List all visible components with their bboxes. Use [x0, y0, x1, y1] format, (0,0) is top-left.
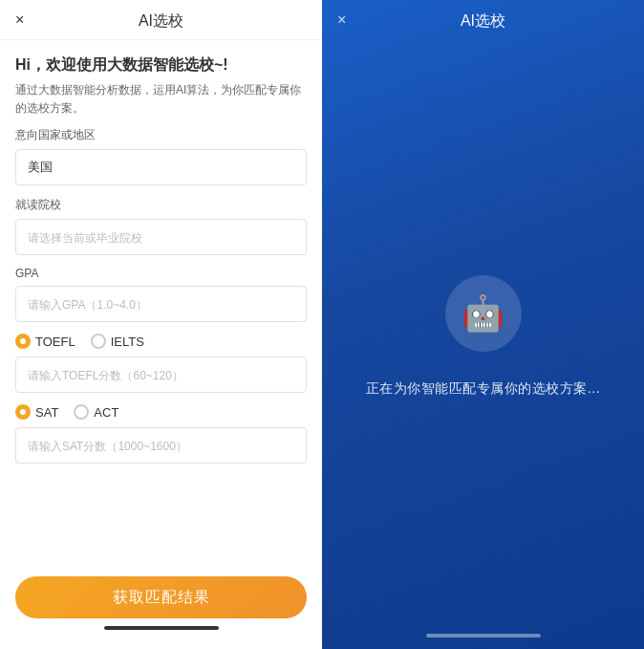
gpa-label: GPA	[15, 267, 307, 280]
left-close-button[interactable]: ×	[15, 11, 24, 29]
toefl-ielts-section: TOEFL IELTS	[15, 334, 307, 393]
right-bottom-bar	[426, 634, 541, 638]
act-radio-label: ACT	[94, 405, 118, 420]
sat-radio-circle[interactable]	[15, 404, 31, 420]
robot-container: 🤖	[445, 275, 522, 352]
ielts-radio-circle[interactable]	[91, 334, 106, 349]
greeting-hi: Hi，	[15, 56, 46, 73]
toefl-radio-label: TOEFL	[35, 335, 75, 349]
right-header: × AI选校	[322, 0, 644, 39]
bottom-button-area: 获取匹配结果	[0, 565, 322, 649]
ielts-radio-item[interactable]: IELTS	[91, 334, 144, 349]
gpa-input[interactable]	[15, 286, 307, 322]
greeting-main: 欢迎使用大数据智能选校~!	[46, 56, 228, 73]
school-label: 就读院校	[15, 197, 307, 213]
left-bottom-bar	[104, 626, 219, 630]
toefl-score-input[interactable]	[15, 357, 307, 393]
greeting-description: 通过大数据智能分析数据，运用AI算法，为你匹配专属你的选校方案。	[15, 81, 307, 118]
country-input[interactable]	[15, 149, 307, 185]
right-panel: × AI选校 🤖 正在为你智能匹配专属你的选校方案...	[322, 0, 644, 649]
toefl-radio-item[interactable]: TOEFL	[15, 334, 75, 349]
toefl-radio-circle[interactable]	[15, 334, 31, 349]
act-radio-circle[interactable]	[74, 404, 89, 420]
sat-radio-label: SAT	[35, 405, 58, 420]
right-close-button[interactable]: ×	[337, 11, 346, 29]
left-header: × AI选校	[0, 0, 322, 40]
school-input[interactable]	[15, 219, 307, 255]
greeting-title: Hi，欢迎使用大数据智能选校~!	[15, 55, 307, 76]
left-panel: × AI选校 Hi，欢迎使用大数据智能选校~! 通过大数据智能分析数据，运用AI…	[0, 0, 322, 649]
sat-score-input[interactable]	[15, 427, 307, 464]
robot-icon: 🤖	[462, 293, 504, 334]
sat-act-section: SAT ACT	[15, 404, 307, 464]
act-radio-item[interactable]: ACT	[74, 404, 118, 420]
loading-text: 正在为你智能匹配专属你的选校方案...	[366, 380, 600, 398]
language-radio-group: TOEFL IELTS	[15, 334, 307, 349]
school-section: 就读院校	[15, 197, 307, 255]
sat-radio-item[interactable]: SAT	[15, 404, 58, 420]
right-content: 🤖 正在为你智能匹配专属你的选校方案...	[322, 39, 644, 634]
ielts-radio-label: IELTS	[111, 335, 144, 349]
match-button[interactable]: 获取匹配结果	[15, 576, 307, 618]
greeting-section: Hi，欢迎使用大数据智能选校~! 通过大数据智能分析数据，运用AI算法，为你匹配…	[15, 55, 307, 118]
gpa-section: GPA	[15, 267, 307, 322]
left-title: AI选校	[139, 11, 183, 32]
sat-act-radio-group: SAT ACT	[15, 404, 307, 420]
left-content: Hi，欢迎使用大数据智能选校~! 通过大数据智能分析数据，运用AI算法，为你匹配…	[0, 40, 322, 565]
right-title: AI选校	[461, 11, 505, 32]
country-section: 意向国家或地区	[15, 127, 307, 185]
country-label: 意向国家或地区	[15, 127, 307, 143]
